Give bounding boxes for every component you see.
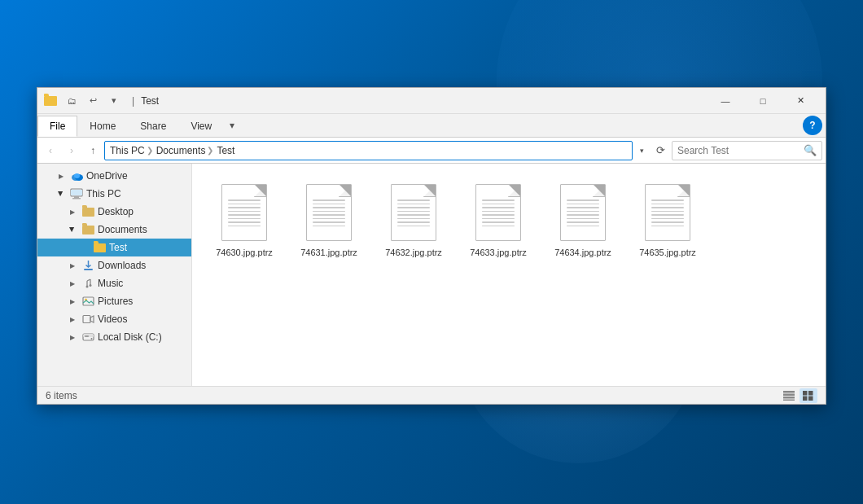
expand-arrow-music[interactable]: ▶ — [67, 278, 78, 289]
sidebar-item-music[interactable]: ▶ Music — [37, 274, 191, 292]
sidebar-item-thispc[interactable]: ▶ This PC — [37, 185, 191, 203]
file-line — [313, 214, 345, 216]
file-name: 74631.jpg.ptrz — [300, 247, 357, 258]
svg-rect-23 — [803, 396, 808, 401]
tab-file[interactable]: File — [37, 116, 77, 137]
search-input[interactable] — [677, 145, 800, 156]
path-segment-thispc-label: This PC — [110, 145, 145, 156]
sidebar-item-pictures[interactable]: ▶ Pictures — [37, 292, 191, 310]
svg-rect-24 — [808, 396, 813, 401]
expand-arrow-documents[interactable]: ▶ — [67, 224, 78, 235]
file-item-3[interactable]: 74633.jpg.ptrz — [459, 177, 537, 263]
sidebar-label-desktop: Desktop — [98, 206, 134, 217]
test-folder-icon — [93, 241, 106, 254]
up-button[interactable]: ↑ — [83, 141, 103, 160]
path-segment-thispc[interactable]: This PC ❯ — [110, 145, 153, 156]
path-chevron-2: ❯ — [207, 146, 213, 155]
help-button[interactable]: ? — [803, 116, 822, 135]
ribbon-collapse-chevron[interactable]: ▾ — [224, 116, 240, 135]
file-icon — [557, 182, 609, 243]
qa-undo-btn[interactable]: ↩ — [83, 92, 103, 110]
file-name: 74634.jpg.ptrz — [554, 247, 611, 258]
tab-home[interactable]: Home — [77, 116, 128, 137]
file-line — [313, 207, 345, 208]
desktop-folder-icon — [81, 205, 94, 218]
file-line — [567, 211, 599, 213]
expand-arrow-videos[interactable]: ▶ — [67, 313, 78, 325]
sidebar-item-localdisk[interactable]: ▶ Local Disk (C:) — [37, 328, 191, 346]
sidebar-item-test[interactable]: ▶ Test — [37, 239, 191, 256]
expand-arrow-downloads[interactable]: ▶ — [67, 260, 78, 271]
file-explorer-window: 🗂 ↩ ▾ | Test — □ ✕ File Home Share View — [37, 87, 826, 405]
address-path[interactable]: This PC ❯ Documents ❯ Test — [104, 141, 633, 160]
forward-button[interactable]: › — [62, 141, 81, 160]
expand-arrow-thispc[interactable]: ▶ — [55, 188, 67, 199]
sidebar-item-desktop[interactable]: ▶ Desktop — [37, 203, 191, 221]
svg-rect-20 — [783, 399, 795, 401]
file-line — [313, 199, 345, 201]
qa-properties-btn[interactable]: 🗂 — [62, 92, 81, 110]
expand-arrow-localdisk[interactable]: ▶ — [67, 331, 78, 343]
address-bar: ‹ › ↑ This PC ❯ Documents ❯ Test ▾ ⟳ 🔍 — [37, 138, 826, 164]
thispc-icon — [70, 187, 83, 200]
file-name: 74632.jpg.ptrz — [385, 247, 442, 258]
icon-view-button[interactable] — [799, 388, 817, 403]
file-line — [651, 204, 684, 205]
file-area: 74630.jpg.ptrz 74631.jpg.ptrz 74632.jpg.… — [192, 164, 826, 386]
expand-arrow-pictures[interactable]: ▶ — [67, 296, 78, 307]
window-title: Test — [138, 95, 707, 107]
search-icon[interactable]: 🔍 — [804, 144, 817, 156]
status-bar: 6 items — [37, 386, 826, 404]
file-icon-body — [560, 184, 606, 241]
sidebar-item-videos[interactable]: ▶ Videos — [37, 310, 191, 328]
file-line — [313, 226, 345, 227]
pictures-icon — [81, 295, 94, 308]
file-item-2[interactable]: 74632.jpg.ptrz — [375, 177, 453, 263]
file-line — [567, 214, 599, 216]
title-bar: 🗂 ↩ ▾ | Test — □ ✕ — [37, 88, 826, 114]
sidebar-label-test: Test — [109, 242, 127, 253]
onedrive-icon — [70, 169, 83, 182]
file-item-0[interactable]: 74630.jpg.ptrz — [205, 177, 283, 263]
file-line — [482, 226, 515, 227]
file-line — [313, 211, 345, 213]
svg-rect-16 — [85, 335, 89, 337]
file-name: 74630.jpg.ptrz — [216, 247, 273, 258]
file-lines — [651, 199, 684, 226]
expand-arrow-desktop[interactable]: ▶ — [67, 206, 78, 217]
file-line — [397, 221, 430, 223]
svg-rect-18 — [783, 393, 795, 396]
file-line — [228, 199, 261, 201]
refresh-button[interactable]: ⟳ — [651, 141, 670, 160]
file-line — [397, 199, 430, 201]
file-line — [397, 226, 430, 227]
search-box[interactable]: 🔍 — [672, 141, 822, 160]
ribbon-tabs: File Home Share View ▾ ? — [37, 114, 826, 137]
file-item-4[interactable]: 74634.jpg.ptrz — [544, 177, 622, 263]
minimize-button[interactable]: — — [707, 88, 744, 114]
tab-share[interactable]: Share — [128, 116, 178, 137]
path-segment-documents[interactable]: Documents ❯ — [156, 145, 214, 156]
file-item-1[interactable]: 74631.jpg.ptrz — [290, 177, 368, 263]
details-view-button[interactable] — [780, 388, 798, 403]
file-item-5[interactable]: 74635.jpg.ptrz — [629, 177, 707, 263]
title-bar-folder-icon — [44, 94, 57, 107]
close-button[interactable]: ✕ — [782, 88, 819, 114]
file-line — [567, 221, 599, 223]
path-segment-test[interactable]: Test — [217, 145, 234, 156]
sidebar-item-downloads[interactable]: ▶ Downloads — [37, 256, 191, 274]
back-button[interactable]: ‹ — [41, 141, 60, 160]
file-icon-body — [221, 184, 267, 241]
file-line — [651, 218, 684, 220]
expand-arrow-onedrive[interactable]: ▶ — [55, 170, 67, 182]
file-line — [482, 211, 515, 213]
tab-view[interactable]: View — [178, 116, 224, 137]
sidebar-item-onedrive[interactable]: ▶ OneDrive — [37, 167, 191, 185]
sidebar-item-documents[interactable]: ▶ Documents — [37, 221, 191, 239]
file-lines — [482, 199, 515, 226]
qa-chevron-btn[interactable]: ▾ — [104, 92, 124, 110]
address-dropdown-btn[interactable]: ▾ — [634, 141, 649, 160]
file-line — [651, 199, 684, 201]
maximize-button[interactable]: □ — [744, 88, 782, 114]
file-line — [313, 218, 345, 220]
